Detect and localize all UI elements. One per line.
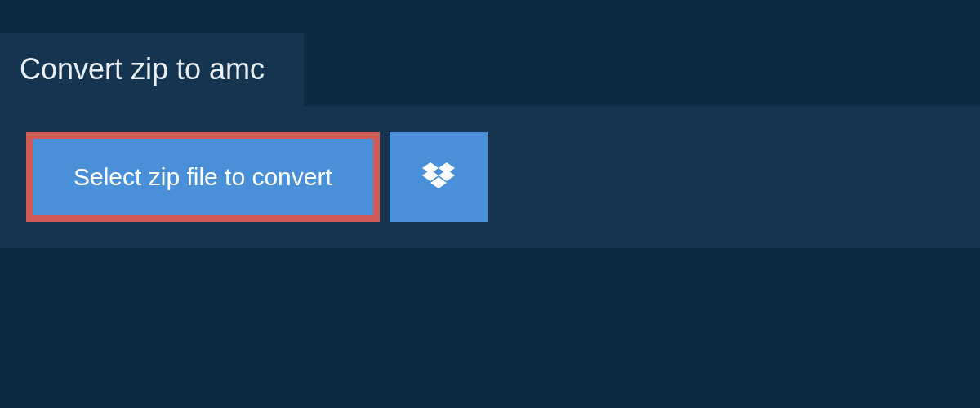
- dropbox-icon: [422, 162, 455, 192]
- tab-header: Convert zip to amc: [0, 33, 304, 106]
- page-title: Convert zip to amc: [20, 52, 265, 86]
- button-row: Select zip file to convert: [26, 132, 954, 222]
- select-file-button[interactable]: Select zip file to convert: [26, 132, 380, 222]
- select-file-label: Select zip file to convert: [74, 163, 332, 191]
- dropbox-button[interactable]: [390, 132, 488, 222]
- main-panel: Select zip file to convert: [0, 106, 980, 248]
